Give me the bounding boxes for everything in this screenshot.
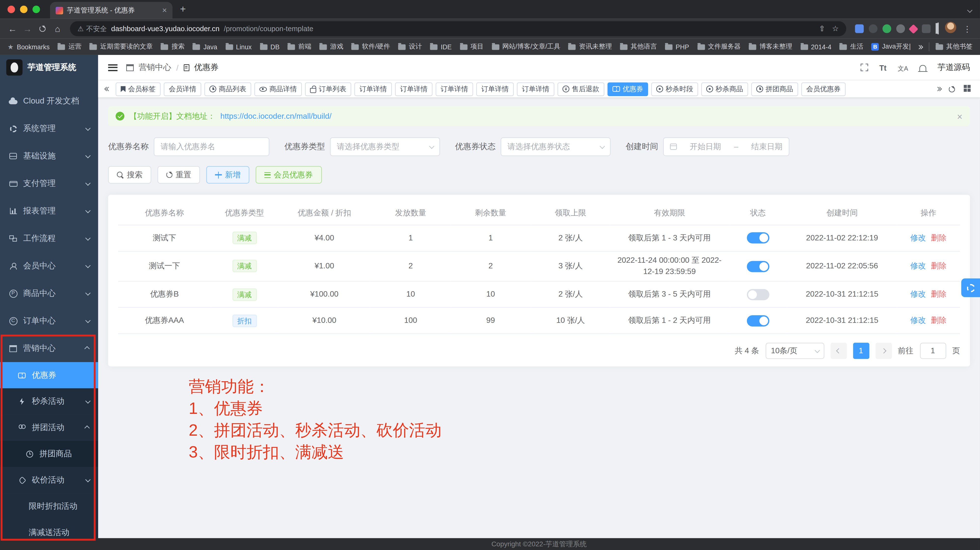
sidebar-item-product-center[interactable]: 商品中心	[0, 280, 98, 307]
edit-link[interactable]: 修改	[910, 290, 926, 298]
edit-link[interactable]: 修改	[910, 316, 926, 325]
reload-button[interactable]	[35, 24, 50, 34]
bookmark-site[interactable]: B Java开发|小组首...	[872, 43, 911, 51]
bookmark-folder[interactable]: IDE	[430, 43, 452, 51]
sidebar-item-time-discount[interactable]: 限时折扣活动	[0, 493, 98, 519]
tab-search-icon[interactable]	[967, 4, 971, 15]
back-button[interactable]: ←	[5, 24, 20, 34]
browser-menu-icon[interactable]: ⋮	[959, 24, 975, 33]
next-page-button[interactable]	[875, 343, 892, 359]
tab-product-list[interactable]: 商品列表	[205, 82, 251, 96]
prev-page-button[interactable]	[830, 343, 846, 359]
delete-link[interactable]: 删除	[931, 233, 947, 242]
new-tab-button[interactable]: +	[180, 4, 186, 15]
extension-icon[interactable]	[896, 24, 905, 33]
sidebar-item-marketing-center[interactable]: 营销中心	[0, 334, 98, 362]
bookmark-folder[interactable]: 设计	[398, 43, 422, 51]
bookmark-folder[interactable]: 项目	[460, 43, 484, 51]
coupon-status-select[interactable]: 请选择优惠券状态	[501, 137, 611, 156]
bookmark-item[interactable]: ★ Bookmarks	[8, 43, 50, 51]
extension-icon[interactable]	[883, 24, 891, 33]
sidebar-item-seckill[interactable]: 秒杀活动	[0, 388, 98, 415]
home-button[interactable]: ⌂	[50, 24, 65, 34]
sidebar-item-infra[interactable]: 基础设施	[0, 142, 98, 170]
page-number-button[interactable]: 1	[853, 343, 869, 359]
bell-icon[interactable]	[920, 65, 926, 71]
tab-seckill-time[interactable]: 秒杀时段	[651, 82, 698, 96]
bookmark-folder[interactable]: 2014-4	[800, 43, 832, 51]
share-icon[interactable]: ⇧	[819, 24, 825, 33]
sidebar-item-report[interactable]: 报表管理	[0, 197, 98, 225]
bookmark-folder[interactable]: 搜索	[161, 43, 185, 51]
sidebar-item-order-center[interactable]: 订单中心	[0, 307, 98, 334]
member-coupon-button[interactable]: 会员优惠券	[256, 166, 321, 184]
tab-order-detail[interactable]: 订单详情	[436, 82, 473, 96]
sidebar-item-payment[interactable]: 支付管理	[0, 170, 98, 197]
breadcrumb-item[interactable]: 营销中心	[139, 62, 171, 73]
edit-link[interactable]: 修改	[910, 262, 926, 270]
bookmark-folder[interactable]: Java	[193, 43, 217, 51]
status-toggle[interactable]	[746, 233, 769, 244]
tab-group-product[interactable]: 拼团商品	[751, 82, 798, 96]
tab-product-detail[interactable]: 商品详情	[255, 82, 302, 96]
tags-refresh-icon[interactable]	[947, 86, 957, 92]
add-button[interactable]: 新增	[206, 166, 250, 184]
font-size-icon[interactable]	[879, 62, 886, 73]
close-icon[interactable]: ×	[957, 111, 963, 121]
tab-refund[interactable]: 售后退款	[557, 82, 605, 96]
fullscreen-icon[interactable]	[861, 64, 868, 71]
forward-button[interactable]: →	[20, 24, 35, 34]
bookmarks-overflow-icon[interactable]	[919, 45, 922, 48]
close-window-button[interactable]	[8, 6, 15, 13]
tab-order-list[interactable]: 订单列表	[305, 82, 351, 96]
tab-seckill-product[interactable]: 秒杀商品	[702, 82, 748, 96]
tab-order-detail[interactable]: 订单详情	[355, 82, 392, 96]
sidebar-item-cloud-docs[interactable]: Cloud 开发文档	[0, 87, 98, 115]
bookmark-folder[interactable]: 博客未整理	[749, 43, 792, 51]
bookmark-folder[interactable]: Linux	[225, 43, 251, 51]
status-toggle[interactable]	[746, 261, 769, 272]
goto-page-input[interactable]: 1	[920, 343, 946, 359]
sidebar-item-bargain[interactable]: 砍价活动	[0, 467, 98, 493]
bookmark-folder[interactable]: 近期需要读的文章	[90, 43, 153, 51]
extensions-puzzle-icon[interactable]	[922, 24, 931, 33]
extension-icon[interactable]	[908, 24, 918, 33]
sidebar-item-member-center[interactable]: 会员中心	[0, 252, 98, 280]
bookmark-folder[interactable]: 网站/博客/文章/工具	[492, 43, 560, 51]
sidebar-item-group-buy[interactable]: 拼团活动	[0, 415, 98, 441]
tags-options-icon[interactable]	[961, 86, 974, 91]
sidebar-item-coupon[interactable]: 优惠券	[0, 362, 98, 388]
tab-coupon-active[interactable]: 优惠券	[608, 82, 648, 96]
reset-button[interactable]: 重置	[158, 166, 200, 184]
bookmark-folder[interactable]: 生活	[840, 43, 863, 51]
bookmark-folder[interactable]: 软件/硬件	[352, 43, 390, 51]
coupon-name-input[interactable]: 请输入优惠券名	[154, 137, 269, 156]
tab-member-detail[interactable]: 会员详情	[164, 82, 201, 96]
edit-link[interactable]: 修改	[910, 233, 926, 242]
tab-order-detail[interactable]: 订单详情	[517, 82, 554, 96]
delete-link[interactable]: 删除	[931, 290, 947, 298]
address-bar[interactable]: ⚠ 不安全 dashboard-vue3.yudao.iocoder.cn /p…	[70, 21, 846, 36]
settings-fab[interactable]	[961, 279, 980, 297]
bookmark-folder[interactable]: DB	[260, 43, 279, 51]
app-logo[interactable]: 芋道管理系统	[0, 55, 98, 80]
bookmark-folder[interactable]: 资讯未整理	[568, 43, 612, 51]
status-toggle[interactable]	[746, 289, 769, 300]
extension-icon[interactable]	[869, 24, 878, 33]
bookmark-folder[interactable]: PHP	[665, 43, 689, 51]
browser-tab[interactable]: 芋道管理系统 - 优惠券 ×	[50, 2, 173, 19]
alert-doc-link[interactable]: https://doc.iocoder.cn/mall/build/	[220, 112, 331, 121]
bookmark-folder[interactable]: 游戏	[320, 43, 344, 51]
tab-order-detail[interactable]: 订单详情	[476, 82, 514, 96]
bookmark-folder[interactable]: 运营	[58, 43, 81, 51]
date-range-picker[interactable]: 开始日期 – 结束日期	[663, 137, 789, 156]
sidebar-item-system[interactable]: 系统管理	[0, 115, 98, 142]
minimize-window-button[interactable]	[20, 6, 27, 13]
security-warning[interactable]: ⚠ 不安全	[78, 24, 107, 33]
search-button[interactable]: 搜索	[108, 166, 151, 184]
delete-link[interactable]: 删除	[931, 262, 947, 270]
username[interactable]: 芋道源码	[937, 62, 970, 73]
tab-order-detail[interactable]: 订单详情	[395, 82, 433, 96]
extension-icon[interactable]	[855, 24, 864, 33]
bookmark-folder[interactable]: 其他语言	[620, 43, 657, 51]
